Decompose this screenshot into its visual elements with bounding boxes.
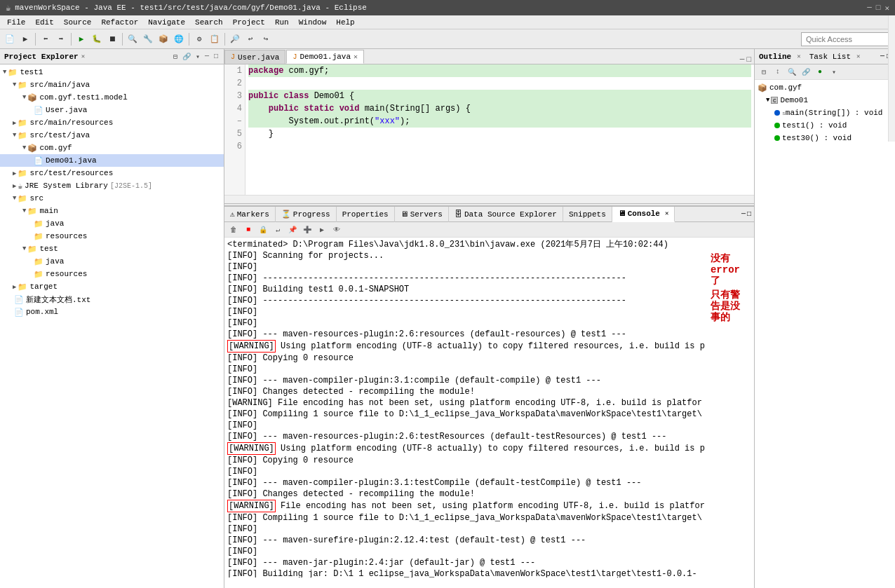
console-pin-btn[interactable]: 📌 bbox=[286, 224, 299, 236]
tree-item-12[interactable]: 📁java bbox=[0, 217, 224, 230]
console-prev-btn[interactable]: ▶ bbox=[316, 224, 328, 236]
console-stop-btn[interactable]: ■ bbox=[242, 224, 255, 236]
menu-source[interactable]: Source bbox=[60, 18, 96, 27]
toolbar-btn-10[interactable]: ⚙ bbox=[192, 32, 206, 46]
tree-item-10[interactable]: ▼📁src bbox=[0, 192, 224, 205]
new-button[interactable]: 📄 bbox=[3, 32, 17, 46]
console-scroll-lock-btn[interactable]: 🔒 bbox=[257, 224, 269, 236]
console-max-btn[interactable]: □ bbox=[747, 210, 751, 218]
window-title: mavenWorkSpace - Java EE - test1/src/tes… bbox=[15, 4, 367, 12]
pe-btn-min[interactable]: ─ bbox=[203, 53, 210, 61]
tree-item-6[interactable]: ▼📦com.gyf bbox=[0, 142, 224, 154]
tree-item-17[interactable]: ▶📁target bbox=[0, 280, 224, 293]
outline-filter-btn[interactable]: 🔍 bbox=[786, 66, 798, 78]
tree-item-16[interactable]: 📁resources bbox=[0, 268, 224, 280]
tree-item-19[interactable]: 📄pom.xml bbox=[0, 306, 224, 318]
console-display-btn[interactable]: 👁 bbox=[330, 224, 343, 236]
console-clear-btn[interactable]: 🗑 bbox=[227, 224, 240, 236]
tree-item-2[interactable]: ▼📦com.gyf.test1.model bbox=[0, 91, 224, 104]
maximize-button[interactable]: □ bbox=[876, 4, 881, 13]
tab-demo01-java[interactable]: J Demo01.java ✕ bbox=[286, 50, 364, 64]
pe-btn-max[interactable]: □ bbox=[213, 53, 220, 61]
toolbar-btn-12[interactable]: 🔎 bbox=[228, 32, 242, 46]
outline-collapse-btn[interactable]: ⊟ bbox=[758, 66, 770, 78]
tree-item-15[interactable]: 📁java bbox=[0, 255, 224, 268]
menu-window[interactable]: Window bbox=[295, 18, 331, 27]
menu-help[interactable]: Help bbox=[332, 18, 358, 27]
tree-item-4[interactable]: ▶📁src/main/resources bbox=[0, 116, 224, 129]
outline-class[interactable]: ▼ C Demo01 bbox=[755, 94, 895, 107]
pe-btn-link[interactable]: 🔗 bbox=[181, 53, 192, 61]
tree-item-1[interactable]: ▼📁src/main/java bbox=[0, 78, 224, 91]
tree-item-9[interactable]: ▶☕JRE System Library[J2SE-1.5] bbox=[0, 179, 224, 192]
console-line-warn1: [WARNING] Using platform encoding (UTF-8… bbox=[227, 340, 705, 353]
toolbar-btn-13[interactable]: ↩ bbox=[243, 32, 257, 46]
tree-item-3[interactable]: 📄User.java bbox=[0, 104, 224, 116]
tab-demo01-close[interactable]: ✕ bbox=[354, 53, 358, 61]
toolbar-btn-4[interactable]: ➡ bbox=[54, 32, 68, 46]
console-line-7: [INFO] bbox=[227, 317, 705, 329]
toolbar-btn-2[interactable]: ▶ bbox=[18, 32, 32, 46]
menu-file[interactable]: File bbox=[3, 18, 29, 27]
tree-item-14[interactable]: ▼📁test bbox=[0, 242, 224, 255]
console-tab-properties[interactable]: Properties bbox=[337, 207, 395, 222]
menu-search[interactable]: Search bbox=[191, 18, 227, 27]
tree-item-0[interactable]: ▼📁test1 bbox=[0, 66, 224, 78]
outline-sort-btn[interactable]: ↕ bbox=[772, 66, 784, 78]
menu-edit[interactable]: Edit bbox=[31, 18, 58, 27]
toolbar-btn-8[interactable]: 📦 bbox=[156, 32, 170, 46]
run-button[interactable]: ▶ bbox=[74, 32, 88, 46]
console-tab-servers[interactable]: 🖥 Servers bbox=[395, 207, 449, 222]
tree-item-11[interactable]: ▼📁main bbox=[0, 205, 224, 217]
console-word-wrap-btn[interactable]: ↵ bbox=[271, 224, 284, 236]
pe-btn-menu[interactable]: ▾ bbox=[194, 53, 201, 61]
close-button[interactable]: ✕ bbox=[884, 4, 889, 13]
menu-run[interactable]: Run bbox=[271, 18, 293, 27]
tree-item-13[interactable]: 📁resources bbox=[0, 230, 224, 242]
outline-method-test30[interactable]: test30() : void bbox=[755, 132, 895, 144]
toolbar-btn-11[interactable]: 📋 bbox=[208, 32, 222, 46]
editor-scrollbar-h[interactable] bbox=[224, 195, 754, 203]
toolbar-btn-5[interactable]: ⏹ bbox=[105, 32, 119, 46]
console-min-btn[interactable]: ─ bbox=[741, 210, 746, 218]
title-bar-controls[interactable]: ─ □ ✕ bbox=[867, 4, 889, 13]
toolbar-btn-7[interactable]: 🔧 bbox=[141, 32, 155, 46]
console-tab-datasource[interactable]: 🗄 Data Source Explorer bbox=[449, 207, 563, 222]
tree-item-8[interactable]: ▶📁src/test/resources bbox=[0, 167, 224, 179]
tab-max-btn[interactable]: □ bbox=[746, 55, 751, 64]
outline-method-test1[interactable]: test1() : void bbox=[755, 119, 895, 132]
menu-refactor[interactable]: Refactor bbox=[97, 18, 142, 27]
console-line-3: [INFO] ---------------------------------… bbox=[227, 273, 705, 284]
outline-method-main[interactable]: s main(String[]) : void bbox=[755, 107, 895, 119]
debug-button[interactable]: 🐛 bbox=[90, 32, 104, 46]
toolbar-btn-9[interactable]: 🌐 bbox=[172, 32, 186, 46]
tree-item-5[interactable]: ▼📁src/test/java bbox=[0, 129, 224, 142]
console-newconsole-btn[interactable]: ➕ bbox=[301, 224, 314, 236]
console-tab-snippets[interactable]: Snippets bbox=[563, 207, 612, 222]
quick-access-input[interactable] bbox=[801, 32, 892, 46]
outline-green-dot[interactable]: ● bbox=[814, 66, 826, 78]
toolbar-btn-14[interactable]: ↪ bbox=[259, 32, 273, 46]
toolbar-btn-3[interactable]: ⬅ bbox=[39, 32, 53, 46]
console-tab-console[interactable]: 🖥 Console ✕ bbox=[612, 207, 675, 222]
minimize-button[interactable]: ─ bbox=[867, 4, 872, 13]
console-line-15: [INFO] --- maven-resources-plugin:2.6:te… bbox=[227, 431, 705, 442]
tree-icon-14: 📁 bbox=[27, 245, 37, 254]
console-close-icon[interactable]: ✕ bbox=[665, 210, 668, 217]
code-content[interactable]: package com.gyf; public class Demo01 { p… bbox=[245, 64, 754, 195]
toolbar-btn-6[interactable]: 🔍 bbox=[126, 32, 140, 46]
console-tab-markers[interactable]: ⚠ Markers bbox=[224, 207, 276, 222]
outline-pkg[interactable]: 📦 com.gyf bbox=[755, 81, 895, 94]
tab-min-btn[interactable]: ─ bbox=[740, 55, 745, 64]
outline-min-btn[interactable]: ─ bbox=[880, 53, 884, 60]
outline-sync-btn[interactable]: 🔗 bbox=[800, 66, 812, 78]
outline-menu-btn[interactable]: ▾ bbox=[828, 66, 840, 78]
tab-user-java[interactable]: J User.java bbox=[224, 50, 285, 64]
pe-btn-collapse[interactable]: ⊟ bbox=[172, 53, 179, 61]
tree-item-18[interactable]: 📄新建文本文档.txt bbox=[0, 293, 224, 306]
tree-label-0: test1 bbox=[20, 68, 43, 76]
tree-item-7[interactable]: 📄Demo01.java bbox=[0, 154, 224, 167]
console-tab-progress[interactable]: ⏳ Progress bbox=[276, 207, 337, 222]
menu-navigate[interactable]: Navigate bbox=[144, 18, 189, 27]
menu-project[interactable]: Project bbox=[229, 18, 269, 27]
